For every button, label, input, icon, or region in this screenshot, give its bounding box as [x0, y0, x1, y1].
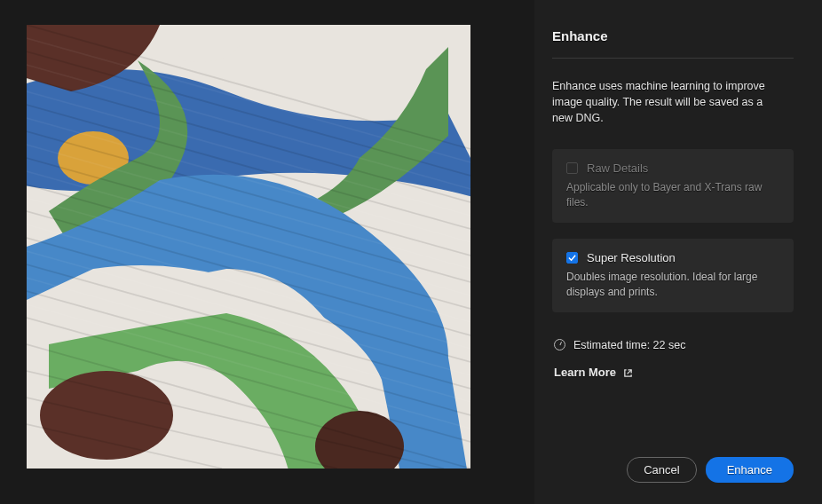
stopwatch-icon: [554, 339, 565, 350]
super-resolution-description: Doubles image resolution. Ideal for larg…: [566, 270, 779, 300]
preview-image[interactable]: [27, 25, 470, 469]
super-resolution-label: Super Resolution: [587, 251, 676, 264]
preview-pane: [0, 0, 534, 504]
super-resolution-checkbox[interactable]: [566, 252, 578, 264]
panel-description: Enhance uses machine learning to improve…: [552, 78, 783, 126]
raw-details-checkbox: [566, 162, 578, 174]
learn-more-text: Learn More: [554, 366, 616, 379]
estimated-time-text: Estimated time: 22 sec: [573, 339, 685, 351]
estimated-time: Estimated time: 22 sec: [554, 339, 794, 351]
raw-details-description: Applicable only to Bayer and X-Trans raw…: [566, 180, 779, 210]
enhance-panel: Enhance Enhance uses machine learning to…: [534, 0, 822, 504]
option-raw-details: Raw Details Applicable only to Bayer and…: [552, 149, 794, 223]
panel-title: Enhance: [552, 28, 794, 59]
learn-more-link[interactable]: Learn More: [554, 366, 794, 379]
raw-details-label: Raw Details: [587, 161, 648, 175]
enhance-button[interactable]: Enhance: [706, 457, 794, 483]
external-link-icon: [623, 367, 633, 377]
option-super-resolution: Super Resolution Doubles image resolutio…: [552, 239, 794, 312]
cancel-button[interactable]: Cancel: [627, 457, 696, 483]
footer-actions: Cancel Enhance: [552, 436, 794, 483]
